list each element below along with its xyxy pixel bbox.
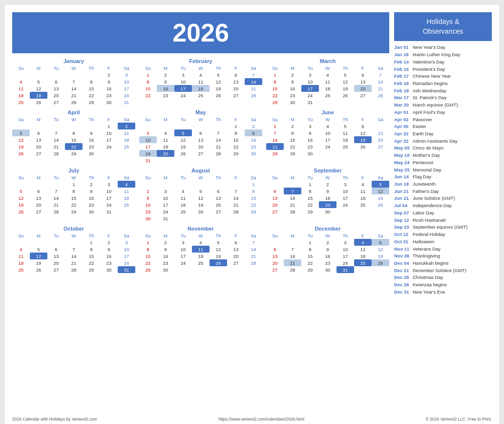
holiday-date: Dec 31 [394, 289, 413, 295]
holiday-item: Dec 04Hanukkah begins [394, 260, 492, 267]
month-table-march: SuMTuWThFSa 12345 67 89101112 1314 15161… [266, 65, 389, 106]
footer-left: 2026 Calendar with Holidays by Vertex42.… [12, 417, 97, 422]
holiday-date: Apr 22 [394, 131, 413, 137]
holiday-item: Jun 21June Solstice (GMT) [394, 195, 492, 202]
month-table-april: SuMTuWThFSa 12 56789 1011 1213141516 171… [12, 116, 135, 157]
main-content: 2026 January SuMTuWThFSa 23 45678 910 [12, 12, 492, 413]
month-may: May SuMTuWThFSa 12 34567 89 1011121314 [139, 109, 262, 164]
month-table-july: SuMTuWThFSa 12 34 56789 1011 1213141516 … [12, 174, 135, 215]
holiday-date: Feb 14 [394, 59, 413, 65]
month-april: April SuMTuWThFSa 12 56789 1011 12131415… [12, 109, 135, 164]
holiday-name: March equinox (GMT) [413, 102, 458, 108]
holiday-date: Jun 14 [394, 174, 413, 180]
holiday-name: St. Patrick's Day [413, 95, 446, 101]
month-table-january: SuMTuWThFSa 23 45678 910 1112131415 1617 [12, 65, 135, 106]
month-name-september: September [266, 168, 389, 173]
month-table-august: SuMTuWThFSa 1 23456 78 910111213 1415 [139, 174, 262, 222]
holiday-date: Apr 01 [394, 109, 413, 115]
month-name-july: July [12, 168, 135, 173]
holiday-name: Passover [413, 117, 432, 123]
holiday-name: Admin Assistants Day [413, 138, 458, 144]
holiday-list: Jan 01New Year's DayJan 19Martin Luther … [394, 44, 492, 296]
holiday-date: Sep 23 [394, 224, 413, 230]
month-name-december: December [266, 226, 389, 232]
holiday-name: Thanksgiving [413, 253, 440, 259]
month-november: November SuMTuWThFSa 12345 67 89101112 1… [139, 226, 262, 273]
month-name-may: May [139, 109, 262, 115]
holiday-item: Dec 26Kwanzaa begins [394, 281, 492, 289]
months-grid: January SuMTuWThFSa 23 45678 910 1112131… [12, 58, 389, 273]
holiday-item: Apr 01April Fool's Day [394, 109, 492, 116]
month-october: October SuMTuWThFSa 1 23 45678 910 11121… [12, 226, 135, 273]
holiday-item: May 05Cinco de Mayo [394, 145, 492, 152]
holiday-item: Mar 17St. Patrick's Day [394, 94, 492, 102]
holiday-item: Sep 23September equinox (GMT) [394, 224, 492, 231]
sidebar-header: Holidays &Observances [394, 12, 492, 41]
holiday-item: Sep 12Rosh Hashanah [394, 216, 492, 224]
page: 2026 January SuMTuWThFSa 23 45678 910 [5, 5, 499, 424]
month-name-october: October [12, 226, 135, 232]
holiday-date: May 10 [394, 152, 413, 158]
month-name-april: April [12, 109, 135, 115]
holiday-item: Dec 31New Year's Eve [394, 289, 492, 296]
holiday-date: Jul 04 [394, 203, 413, 209]
holiday-date: Dec 04 [394, 260, 413, 266]
holiday-name: Independence Day [413, 203, 452, 209]
footer-right: © 2026 Vertex42 LLC. Free to Print. [426, 417, 492, 422]
holiday-name: September equinox (GMT) [413, 224, 467, 230]
holiday-item: Feb 18Ash Wednesday [394, 87, 492, 95]
holiday-name: Juneteenth [413, 181, 436, 187]
holiday-date: Sep 07 [394, 210, 413, 216]
holiday-item: Nov 11Veterans Day [394, 245, 492, 253]
holiday-item: Apr 22Admin Assistants Day [394, 138, 492, 145]
holiday-item: Mar 20March equinox (GMT) [394, 102, 492, 109]
holiday-date: Apr 02 [394, 117, 413, 123]
holiday-name: Hanukkah begins [413, 260, 448, 266]
month-january: January SuMTuWThFSa 23 45678 910 1112131… [12, 58, 135, 106]
holiday-date: Oct 12 [394, 232, 413, 237]
month-july: July SuMTuWThFSa 12 34 56789 1011 121314… [12, 168, 135, 222]
holiday-item: Apr 05Easter [394, 123, 492, 130]
year-header: 2026 [12, 12, 389, 53]
holiday-name: Ash Wednesday [413, 88, 446, 94]
holiday-name: Rosh Hashanah [413, 217, 446, 223]
holiday-date: Mar 17 [394, 95, 413, 101]
holiday-item: Jun 14Flag Day [394, 173, 492, 181]
month-table-september: SuMTuWThFSa 123 45 678910 1112 131415161… [266, 174, 389, 215]
holiday-item: May 25Memorial Day [394, 166, 492, 173]
holiday-date: Jan 01 [394, 44, 413, 50]
month-name-june: June [266, 109, 389, 115]
calendar-section: 2026 January SuMTuWThFSa 23 45678 910 [12, 12, 389, 413]
holiday-name: Valentine's Day [413, 59, 444, 65]
holiday-item: Feb 14Valentine's Day [394, 59, 492, 66]
holiday-name: Earth Day [413, 131, 433, 137]
holiday-name: Mother's Day [413, 152, 440, 158]
holiday-item: Dec 21December Solstice (GMT) [394, 267, 492, 274]
holiday-name: Easter [413, 124, 426, 129]
holiday-item: Feb 18Ramadan begins [394, 80, 492, 87]
holiday-item: May 10Mother's Day [394, 152, 492, 159]
holiday-name: Veterans Day [413, 246, 441, 252]
holiday-date: May 05 [394, 145, 413, 151]
holiday-name: Ramadan begins [413, 81, 448, 86]
holiday-item: Jul 04Independence Day [394, 202, 492, 210]
holiday-name: Kwanzaa begins [413, 282, 447, 288]
holiday-name: Father's Day [413, 189, 439, 194]
holiday-date: Apr 05 [394, 124, 413, 129]
holiday-name: New Year's Day [413, 44, 445, 50]
holiday-date: May 25 [394, 167, 413, 173]
holiday-date: Apr 22 [394, 138, 413, 144]
month-name-march: March [266, 58, 389, 64]
holiday-item: Oct 31Halloween [394, 238, 492, 246]
holiday-date: Nov 26 [394, 253, 413, 259]
holiday-name: Flag Day [413, 174, 431, 180]
holiday-name: Christmas Day [413, 275, 443, 280]
month-table-june: SuMTuWThFSa 12345 6 7891011 1213 1415161… [266, 116, 389, 157]
holiday-name: Halloween [413, 239, 434, 245]
holiday-name: December Solstice (GMT) [413, 268, 466, 274]
footer-center: https://www.vertex42.com/calendars/2026.… [97, 417, 426, 422]
holiday-name: President's Day [413, 66, 445, 72]
holiday-name: Memorial Day [413, 167, 441, 173]
month-name-august: August [139, 168, 262, 173]
holiday-name: Federal Holiday [413, 232, 445, 237]
